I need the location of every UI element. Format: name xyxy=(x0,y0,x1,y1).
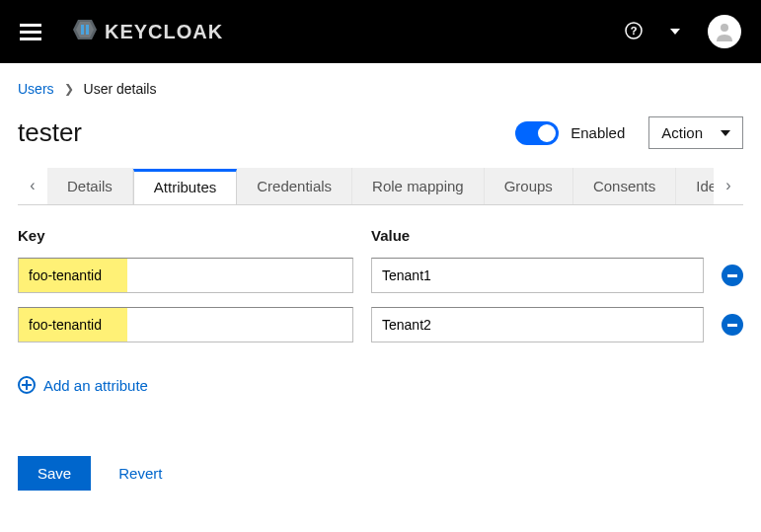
key-column-header: Key xyxy=(18,227,353,244)
attribute-row xyxy=(18,258,743,293)
tab-scroll-left-button[interactable]: ‹ xyxy=(18,167,47,204)
brand-logo[interactable]: KEYCLOAK xyxy=(71,16,223,48)
save-button[interactable]: Save xyxy=(18,456,91,491)
minus-icon xyxy=(727,274,737,277)
attribute-value-input[interactable] xyxy=(371,307,704,342)
svg-text:?: ? xyxy=(631,25,638,37)
remove-attribute-button[interactable] xyxy=(722,265,743,286)
remove-attribute-button[interactable] xyxy=(722,314,743,336)
brand-name: KEYCLOAK xyxy=(105,21,223,43)
svg-rect-2 xyxy=(81,25,84,35)
breadcrumb-current: User details xyxy=(84,81,157,97)
keycloak-logo-icon xyxy=(71,16,99,48)
tab-details[interactable]: Details xyxy=(47,168,133,204)
value-column-header: Value xyxy=(371,227,743,244)
tab-iden[interactable]: Iden xyxy=(676,168,714,204)
chevron-down-icon xyxy=(721,130,730,136)
chevron-right-icon: ❯ xyxy=(64,82,74,96)
enabled-toggle[interactable] xyxy=(515,121,559,145)
hamburger-menu-button[interactable] xyxy=(20,20,41,44)
breadcrumb: Users ❯ User details xyxy=(18,81,743,97)
attribute-key-input[interactable] xyxy=(18,258,353,293)
tab-consents[interactable]: Consents xyxy=(573,168,676,204)
attribute-value-input[interactable] xyxy=(371,258,704,293)
attribute-key-input[interactable] xyxy=(18,307,353,342)
action-dropdown-label: Action xyxy=(661,124,703,141)
tab-scroll-right-button[interactable]: › xyxy=(714,167,743,204)
tab-role-mapping[interactable]: Role mapping xyxy=(352,168,485,204)
page-title: tester xyxy=(18,117,515,148)
plus-circle-icon xyxy=(18,376,36,394)
svg-point-6 xyxy=(721,24,728,32)
minus-icon xyxy=(727,324,737,327)
tab-attributes[interactable]: Attributes xyxy=(133,169,237,204)
user-avatar[interactable] xyxy=(708,15,741,48)
help-icon[interactable]: ? xyxy=(625,22,643,42)
add-attribute-button[interactable]: Add an attribute xyxy=(18,376,148,394)
add-attribute-label: Add an attribute xyxy=(43,377,148,394)
revert-button[interactable]: Revert xyxy=(118,465,162,482)
action-dropdown[interactable]: Action xyxy=(648,116,743,149)
tab-credentials[interactable]: Credentials xyxy=(237,168,352,204)
attribute-row xyxy=(18,307,743,342)
tabs-container: ‹ DetailsAttributesCredentialsRole mappi… xyxy=(18,167,743,205)
tab-groups[interactable]: Groups xyxy=(485,168,573,204)
realm-dropdown-icon[interactable] xyxy=(670,29,680,35)
enabled-label: Enabled xyxy=(571,124,625,141)
svg-rect-3 xyxy=(86,25,89,35)
breadcrumb-parent-link[interactable]: Users xyxy=(18,81,54,97)
topbar: KEYCLOAK ? xyxy=(0,0,761,63)
